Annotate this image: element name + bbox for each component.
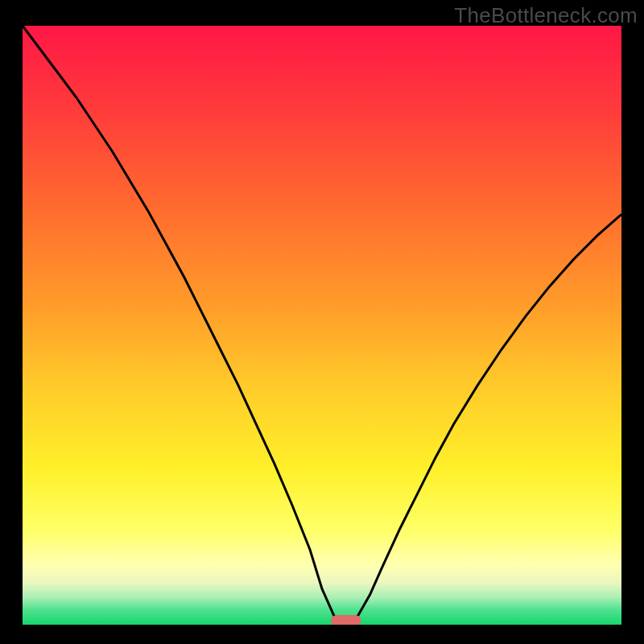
watermark-text: TheBottleneck.com <box>454 3 638 28</box>
chart-frame: TheBottleneck.com <box>0 0 644 644</box>
bottleneck-plot <box>23 26 621 625</box>
optimum-marker <box>331 615 361 625</box>
gradient-background <box>23 26 621 625</box>
plot-svg <box>23 26 621 625</box>
